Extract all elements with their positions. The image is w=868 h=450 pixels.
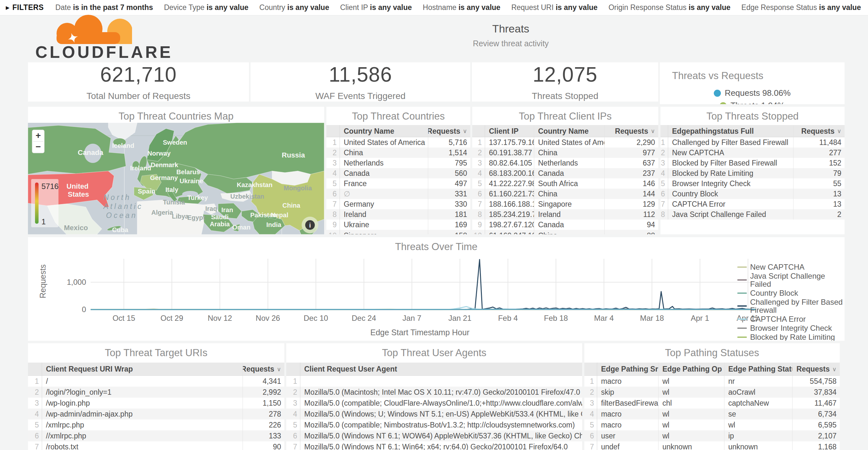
filter-request-uri[interactable]: Request URI is any value	[512, 3, 597, 12]
table-cell[interactable]: 137.175.79.166	[485, 137, 534, 148]
world-choropleth-map[interactable]: CanadaUnitedStatesMexicoCubaIcelandIrela…	[28, 123, 324, 234]
column-header[interactable]: Requests∨	[793, 125, 844, 137]
table-cell[interactable]: 1,150	[243, 398, 284, 409]
column-header[interactable]: Client Request URI Wrap	[42, 363, 243, 376]
table-cell[interactable]: 61.160.247.127	[485, 230, 534, 234]
table-cell[interactable]: 90	[243, 441, 284, 450]
column-header[interactable]: Requests∨	[792, 363, 840, 376]
column-header[interactable]: Country Name	[534, 125, 604, 137]
table-cell[interactable]: /	[42, 376, 243, 387]
table-cell[interactable]: 11,484	[793, 137, 844, 148]
chart-legend-item[interactable]: Country Block	[737, 289, 844, 297]
table-cell[interactable]: 497	[428, 178, 470, 189]
column-header[interactable]: Requests∨	[428, 125, 470, 137]
table-cell[interactable]: 637	[604, 158, 658, 168]
table-cell[interactable]: 185.234.219.70	[485, 209, 534, 219]
table-cell[interactable]: 129	[604, 199, 658, 209]
table-cell[interactable]: 2,992	[243, 387, 284, 398]
table-cell[interactable]: ∅	[340, 189, 428, 199]
table-cell[interactable]: 4,341	[243, 376, 284, 387]
table-cell[interactable]: Blocked by Filter Based Firewall	[668, 158, 793, 168]
table-cell[interactable]: Mozilla/5.0 (compatible; CloudFlare-Alwa…	[300, 398, 582, 409]
filter-date[interactable]: Date is in the past 7 months	[55, 3, 153, 12]
table-cell[interactable]: 68.183.200.167	[485, 168, 534, 178]
table-cell[interactable]: France	[340, 178, 428, 189]
table-cell[interactable]: macro	[597, 419, 658, 430]
column-header[interactable]: Country Name	[340, 125, 428, 137]
threats-over-time-plot[interactable]: Oct 15Oct 29Nov 12Nov 26Dec 10Dec 24Jan …	[60, 255, 757, 327]
table-cell[interactable]: CAPTCHA Error	[668, 199, 793, 209]
column-header[interactable]: Client IP	[485, 125, 534, 137]
table-cell[interactable]: Ireland	[534, 209, 604, 219]
table-cell[interactable]: 226	[243, 419, 284, 430]
table-cell[interactable]: 1,168	[792, 441, 840, 450]
table-cell[interactable]: 94	[604, 219, 658, 230]
table-cell[interactable]: 188.166.188.152	[485, 199, 534, 209]
table-cell[interactable]: Ukraine	[340, 219, 428, 230]
table-cell[interactable]: 554,758	[792, 376, 840, 387]
table-cell[interactable]: New CAPTCHA	[668, 148, 793, 158]
filter-device-type[interactable]: Device Type is any value	[164, 3, 248, 12]
table-cell[interactable]: Mozilla/5.0 (Macintosh; Intel Mac OS X 1…	[300, 387, 582, 398]
table-cell[interactable]: China	[340, 148, 428, 158]
table-cell[interactable]: 55	[793, 178, 844, 189]
table-cell[interactable]: 169	[428, 219, 470, 230]
table-cell[interactable]: 133	[243, 430, 284, 441]
table-cell[interactable]: United States of America	[340, 137, 428, 148]
column-header[interactable]: Edgepathingstatus Full	[668, 125, 793, 137]
map-zoom-out-button[interactable]: −	[36, 142, 41, 152]
filters-toggle[interactable]: ▶ FILTERS	[6, 3, 44, 12]
table-cell[interactable]: Challenged by Filter Based Firewall	[668, 137, 793, 148]
table-cell[interactable]: Mozilla/5.0 (Windows; U; Windows NT 5.1;…	[300, 409, 582, 419]
table-cell[interactable]: China	[534, 189, 604, 199]
table-cell[interactable]: wl	[658, 376, 724, 387]
table-cell[interactable]: 144	[604, 189, 658, 199]
tvr-legend-item[interactable]: Requests 98.06%	[714, 88, 790, 98]
table-cell[interactable]: 146	[604, 178, 658, 189]
table-cell[interactable]: skip	[597, 387, 658, 398]
table-cell[interactable]: 6,734	[792, 409, 840, 419]
table-cell[interactable]: user	[597, 430, 658, 441]
table-cell[interactable]: /wp-admin/admin-ajax.php	[42, 409, 243, 419]
table-cell[interactable]: 152	[793, 158, 844, 168]
table-cell[interactable]: ip	[724, 430, 792, 441]
chart-legend-item[interactable]: CAPTCHA Error	[737, 315, 844, 323]
table-cell[interactable]: /robots.txt	[42, 441, 243, 450]
table-cell[interactable]: Mozilla/5.0 (Windows NT 6.1; Win64; x64;…	[300, 441, 582, 450]
table-cell[interactable]: Canada	[340, 168, 428, 178]
chart-legend-item[interactable]: Challenged by Filter Based Firewall	[737, 298, 844, 314]
table-cell[interactable]: unknown	[658, 441, 724, 450]
table-cell[interactable]: 6,595	[792, 419, 840, 430]
table-cell[interactable]: China	[534, 230, 604, 234]
table-cell[interactable]: 79	[793, 168, 844, 178]
column-header[interactable]: Edge Pathing Op	[658, 363, 724, 376]
column-header[interactable]: Edge Pathing Status	[724, 363, 792, 376]
chart-legend-item[interactable]: New CAPTCHA	[737, 263, 844, 271]
table-cell[interactable]: 277	[793, 148, 844, 158]
table-cell[interactable]: 37,834	[792, 387, 840, 398]
chart-legend-item[interactable]: Browser Integrity Check	[737, 324, 844, 332]
table-cell[interactable]: 13	[793, 199, 844, 209]
table-cell[interactable]: 237	[604, 168, 658, 178]
table-cell[interactable]: undef	[597, 441, 658, 450]
table-cell[interactable]: 330	[428, 199, 470, 209]
table-cell[interactable]: 2,107	[792, 430, 840, 441]
table-cell[interactable]: 13	[793, 189, 844, 199]
table-cell[interactable]: filterBasedFirewall	[597, 398, 658, 409]
table-cell[interactable]: 278	[243, 409, 284, 419]
table-cell[interactable]: 88	[604, 230, 658, 234]
column-header[interactable]: Requests∨	[604, 125, 658, 137]
table-cell[interactable]: wl	[658, 409, 724, 419]
table-cell[interactable]: Blocked by Rate Limiting	[668, 168, 793, 178]
table-cell[interactable]: Java Script Challenge Failed	[668, 209, 793, 219]
table-cell[interactable]: 60.191.38.77	[485, 148, 534, 158]
table-cell[interactable]: Netherlands	[340, 158, 428, 168]
table-cell[interactable]: South Africa	[534, 178, 604, 189]
filter-country[interactable]: Country is any value	[259, 3, 329, 12]
table-cell[interactable]: 5,716	[428, 137, 470, 148]
table-cell[interactable]: Country Block	[668, 189, 793, 199]
table-cell[interactable]: Germany	[340, 199, 428, 209]
table-cell[interactable]: 795	[428, 158, 470, 168]
table-cell[interactable]: Ireland	[340, 209, 428, 219]
table-cell[interactable]: 112	[604, 209, 658, 219]
